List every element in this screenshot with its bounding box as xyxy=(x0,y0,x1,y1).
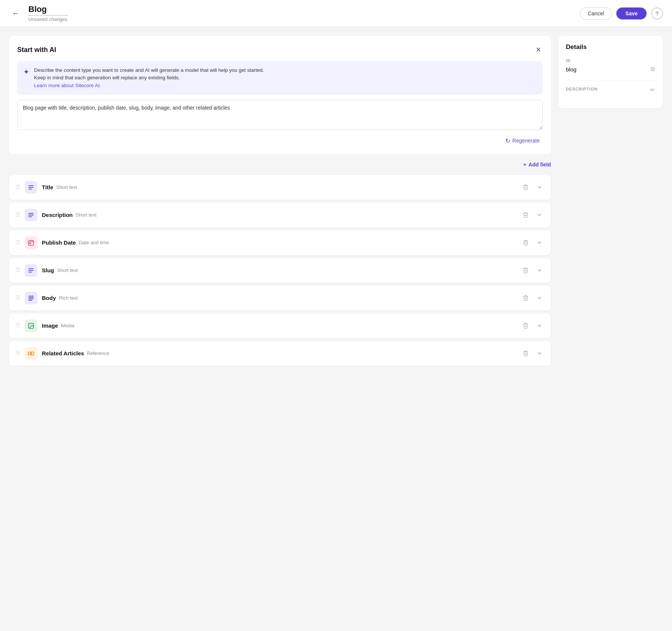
field-type-icon xyxy=(25,292,37,304)
delete-field-button[interactable] xyxy=(521,349,530,358)
field-actions xyxy=(521,349,544,358)
field-item: ⠿ Description Short text xyxy=(9,203,551,227)
drag-handle[interactable]: ⠿ xyxy=(16,294,20,301)
field-name: Image xyxy=(42,322,58,329)
field-type: Date and time xyxy=(79,240,109,245)
drag-handle[interactable]: ⠿ xyxy=(16,322,20,329)
delete-field-button[interactable] xyxy=(521,293,530,303)
field-item: ⠿ Title Short text xyxy=(9,175,551,200)
cancel-button[interactable]: Cancel xyxy=(580,7,612,20)
field-name: Title xyxy=(42,184,53,190)
detail-id-label: ID xyxy=(566,58,656,63)
add-field-label: Add field xyxy=(528,162,551,168)
app-container: ← Blog Unsaved changes Cancel Save ? Sta… xyxy=(0,0,672,631)
edit-description-button[interactable]: ✏ xyxy=(649,86,656,94)
ai-info-line2: Keep in mind that each generation will r… xyxy=(34,75,180,80)
unsaved-changes-label: Unsaved changes xyxy=(28,16,67,22)
drag-handle[interactable]: ⠿ xyxy=(16,267,20,274)
add-field-button[interactable]: + Add field xyxy=(523,162,551,168)
details-title: Details xyxy=(566,43,656,51)
help-button[interactable]: ? xyxy=(651,7,663,19)
regenerate-label: Regenerate xyxy=(512,138,540,144)
divider xyxy=(566,80,656,80)
expand-field-button[interactable] xyxy=(535,238,544,247)
field-item: ⠿ Slug Short text xyxy=(9,258,551,283)
expand-field-button[interactable] xyxy=(535,210,544,220)
expand-field-button[interactable] xyxy=(535,349,544,358)
field-item: ⠿ Body Rich text xyxy=(9,286,551,310)
field-type-icon xyxy=(25,209,37,221)
delete-field-button[interactable] xyxy=(521,238,530,247)
spark-icon: ✦ xyxy=(23,67,30,89)
ai-panel-header: Start with AI ✕ xyxy=(17,44,543,55)
detail-id-value: blog xyxy=(566,66,576,73)
delete-field-button[interactable] xyxy=(521,183,530,192)
field-name: Related Articles xyxy=(42,350,84,356)
copy-id-button[interactable]: ⧉ xyxy=(650,65,656,73)
expand-field-button[interactable] xyxy=(535,266,544,275)
delete-field-button[interactable] xyxy=(521,266,530,275)
field-info: Image Media xyxy=(42,322,517,329)
field-name: Body xyxy=(42,295,56,301)
field-info: Body Rich text xyxy=(42,295,517,301)
regenerate-icon: ↻ xyxy=(505,137,510,144)
field-type: Short text xyxy=(57,267,78,273)
back-button[interactable]: ← xyxy=(9,7,22,19)
field-name: Description xyxy=(42,212,73,218)
field-type-icon xyxy=(25,181,37,194)
ai-footer: ↻ Regenerate xyxy=(17,136,543,146)
drag-handle[interactable]: ⠿ xyxy=(16,211,20,218)
detail-id-value-row: blog ⧉ xyxy=(566,65,656,73)
right-sidebar: Details ID blog ⧉ DESCRIPTION ✏ xyxy=(558,36,663,622)
field-type: Reference xyxy=(87,350,110,356)
main-layout: Start with AI ✕ ✦ Describe the content t… xyxy=(0,27,672,631)
ai-info-box: ✦ Describe the content type you want to … xyxy=(17,61,543,95)
field-item: ⠿ Related Articles Reference xyxy=(9,341,551,366)
svg-rect-6 xyxy=(28,241,34,245)
field-actions xyxy=(521,266,544,275)
drag-handle[interactable]: ⠿ xyxy=(16,350,20,357)
field-name: Slug xyxy=(42,267,54,273)
expand-field-button[interactable] xyxy=(535,183,544,192)
ai-info-text: Describe the content type you want to cr… xyxy=(34,67,264,89)
regenerate-button[interactable]: ↻ Regenerate xyxy=(502,136,543,146)
delete-field-button[interactable] xyxy=(521,210,530,220)
detail-id-row: ID blog ⧉ xyxy=(566,58,656,73)
header: ← Blog Unsaved changes Cancel Save ? xyxy=(0,0,672,27)
field-info: Slug Short text xyxy=(42,267,517,273)
svg-point-19 xyxy=(30,324,30,325)
ai-panel: Start with AI ✕ ✦ Describe the content t… xyxy=(9,36,551,154)
expand-field-button[interactable] xyxy=(535,321,544,330)
ai-panel-inner: Start with AI ✕ ✦ Describe the content t… xyxy=(17,44,543,146)
field-info: Publish Date Date and time xyxy=(42,239,517,246)
content-area: Start with AI ✕ ✦ Describe the content t… xyxy=(9,36,551,622)
header-right: Cancel Save ? xyxy=(580,7,663,20)
header-left: ← Blog Unsaved changes xyxy=(9,4,67,22)
field-info: Title Short text xyxy=(42,184,517,190)
detail-description-row: DESCRIPTION ✏ xyxy=(566,86,656,94)
ai-learn-more-link[interactable]: Learn more about Sitecore AI. xyxy=(34,83,101,88)
add-field-row: + Add field xyxy=(9,159,551,171)
field-item: ⠿ Publish Date Date and time xyxy=(9,230,551,255)
add-icon: + xyxy=(523,162,526,168)
ai-prompt-textarea[interactable]: Blog page with title, description, publi… xyxy=(17,100,543,130)
delete-field-button[interactable] xyxy=(521,321,530,330)
detail-description-value-row: DESCRIPTION ✏ xyxy=(566,86,656,94)
field-actions xyxy=(521,321,544,330)
expand-field-button[interactable] xyxy=(535,293,544,303)
field-actions xyxy=(521,210,544,220)
field-item: ⠿ Image Media xyxy=(9,313,551,338)
field-type-icon xyxy=(25,264,37,277)
drag-handle[interactable]: ⠿ xyxy=(16,239,20,246)
save-button[interactable]: Save xyxy=(616,7,647,19)
field-type-icon xyxy=(25,347,37,360)
drag-handle[interactable]: ⠿ xyxy=(16,184,20,191)
page-title: Blog xyxy=(28,4,67,16)
ai-close-button[interactable]: ✕ xyxy=(534,44,543,55)
ai-info-line1: Describe the content type you want to cr… xyxy=(34,67,264,73)
field-type: Short text xyxy=(56,184,77,190)
field-type: Rich text xyxy=(59,295,78,301)
field-type-icon xyxy=(25,236,37,249)
svg-rect-10 xyxy=(30,243,30,244)
ai-panel-title: Start with AI xyxy=(17,46,56,54)
